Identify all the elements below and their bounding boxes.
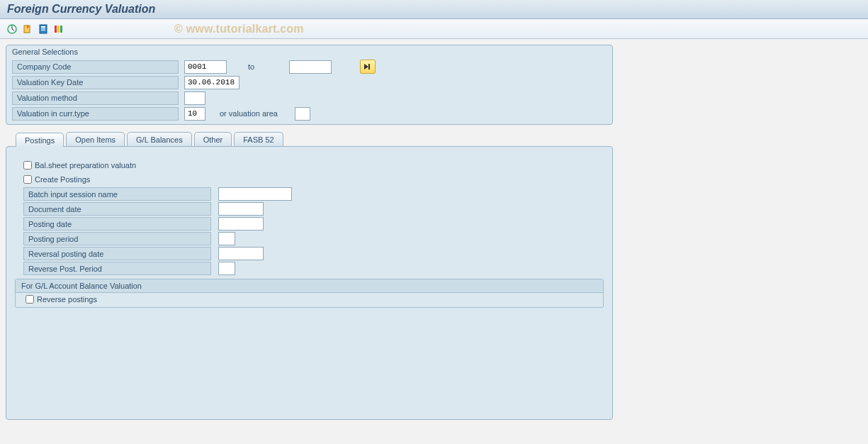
company-code-label: Company Code bbox=[12, 60, 179, 74]
postings-tab-body: Bal.sheet preparation valuatn Create Pos… bbox=[6, 146, 613, 420]
svg-rect-10 bbox=[60, 26, 62, 33]
svg-rect-5 bbox=[41, 26, 45, 28]
application-toolbar: © www.tutorialkart.com bbox=[0, 19, 868, 39]
posting-period-input[interactable] bbox=[218, 232, 235, 245]
bal-sheet-checkbox[interactable] bbox=[23, 161, 32, 170]
watermark-text: © www.tutorialkart.com bbox=[174, 23, 304, 35]
valuation-key-date-label: Valuation Key Date bbox=[12, 76, 179, 89]
company-code-input[interactable] bbox=[184, 60, 227, 74]
reversal-date-input[interactable] bbox=[218, 247, 264, 260]
selection-option-icon[interactable] bbox=[52, 23, 65, 35]
create-postings-checkbox[interactable] bbox=[23, 175, 32, 184]
bal-sheet-label: Bal.sheet preparation valuatn bbox=[35, 161, 136, 170]
batch-input-label: Batch input session name bbox=[23, 187, 211, 201]
svg-rect-8 bbox=[55, 26, 57, 33]
valuation-curr-type-label: Valuation in curr.type bbox=[12, 107, 179, 121]
reverse-postings-checkbox[interactable] bbox=[26, 295, 34, 304]
tab-gl-balances[interactable]: G/L Balances bbox=[127, 132, 192, 146]
svg-rect-11 bbox=[368, 64, 370, 70]
content-area: General Selections Company Code to Valua… bbox=[0, 39, 868, 426]
multiple-selection-button[interactable] bbox=[360, 60, 376, 74]
gl-balance-valuation-group: For G/L Account Balance Valuation Revers… bbox=[15, 279, 604, 308]
info-icon[interactable] bbox=[37, 23, 50, 35]
posting-period-label: Posting period bbox=[23, 232, 211, 245]
tab-other[interactable]: Other bbox=[194, 132, 232, 146]
reverse-period-input[interactable] bbox=[218, 262, 235, 275]
execute-icon[interactable] bbox=[6, 23, 18, 35]
reverse-postings-label: Reverse postings bbox=[37, 295, 97, 304]
batch-input-field[interactable] bbox=[218, 187, 292, 201]
or-valuation-area-label: or valuation area bbox=[205, 109, 289, 118]
valuation-key-date-input[interactable] bbox=[184, 76, 239, 89]
tab-strip: Postings Open Items G/L Balances Other F… bbox=[6, 132, 613, 146]
general-selections-group: General Selections Company Code to Valua… bbox=[6, 45, 613, 125]
page-title: Foreign Currency Valuation bbox=[0, 0, 868, 19]
valuation-curr-type-input[interactable] bbox=[184, 107, 205, 121]
reverse-period-label: Reverse Post. Period bbox=[23, 262, 211, 275]
reversal-date-label: Reversal posting date bbox=[23, 247, 211, 260]
tab-fasb52[interactable]: FASB 52 bbox=[234, 132, 283, 146]
svg-rect-6 bbox=[41, 28, 45, 29]
document-date-input[interactable] bbox=[218, 202, 264, 216]
create-postings-label: Create Postings bbox=[35, 175, 90, 184]
svg-rect-7 bbox=[41, 30, 45, 30]
general-selections-heading: General Selections bbox=[6, 45, 612, 59]
valuation-area-input[interactable] bbox=[295, 107, 310, 121]
valuation-method-label: Valuation method bbox=[12, 91, 179, 105]
get-variant-icon[interactable] bbox=[21, 23, 34, 35]
company-code-to-label: to bbox=[227, 62, 283, 71]
posting-date-input[interactable] bbox=[218, 217, 264, 231]
company-code-to-input[interactable] bbox=[289, 60, 332, 74]
svg-rect-9 bbox=[57, 26, 60, 33]
gl-balance-valuation-title: For G/L Account Balance Valuation bbox=[16, 279, 603, 293]
document-date-label: Document date bbox=[23, 202, 211, 216]
svg-line-2 bbox=[12, 29, 14, 30]
tab-open-items[interactable]: Open Items bbox=[66, 132, 125, 146]
valuation-method-input[interactable] bbox=[184, 91, 205, 105]
tab-postings[interactable]: Postings bbox=[16, 133, 64, 147]
posting-date-label: Posting date bbox=[23, 217, 211, 231]
